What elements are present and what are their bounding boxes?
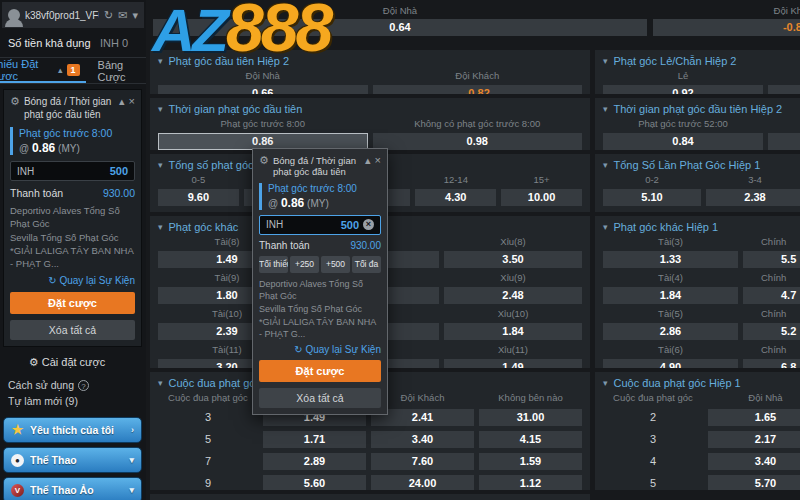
sidebar-item-virtual-sports[interactable]: V Thể Thao Ảo ▾ [3, 477, 142, 500]
bet-settings-button[interactable]: ⚙ Cài đặt cược [0, 347, 146, 377]
how-to-use-link[interactable]: Cách sử dụng? [0, 377, 146, 393]
odds-cell[interactable]: 4.15 [479, 431, 582, 448]
section-title[interactable]: ▾Phạt góc khác Hiệp 1 [603, 220, 800, 234]
chevron-down-icon: ▾ [603, 376, 608, 390]
section-title[interactable]: ▾Thời gian phạt góc đầu tiên Hiệp 2 [603, 102, 800, 116]
odds-cell[interactable]: 2.17 [708, 431, 800, 448]
odds-cell[interactable]: -0.82 [373, 85, 583, 94]
odds-cell[interactable]: 1.33 [603, 251, 738, 268]
odds-cell[interactable]: 1.84 [603, 287, 738, 304]
chevron-down-icon: ▾ [603, 220, 608, 234]
odds-cell[interactable]: 5.5 [743, 251, 800, 268]
help-icon: ? [78, 380, 89, 391]
section-title[interactable]: ▾Cuộc đua phạt góc Hiệp 1 [603, 376, 800, 390]
payout-label: Thanh toán [259, 240, 310, 251]
odds-cell[interactable]: 9.60 [158, 189, 239, 206]
section-title[interactable]: ▾Tổng Số Lần Phạt Góc Hiệp 1 [603, 158, 800, 172]
odds-cell[interactable]: 3.40 [708, 453, 800, 470]
odds-cell[interactable]: 1.84 [444, 323, 582, 340]
gear-icon[interactable]: ⚙ [259, 155, 269, 178]
odds-cell[interactable]: 2.38 [706, 189, 800, 206]
back-to-event-link[interactable]: ↻ Quay lại Sự Kiện [259, 344, 381, 355]
odds-cell[interactable]: 0.64 [153, 19, 647, 36]
odds-cell[interactable] [768, 133, 800, 150]
gear-icon[interactable]: ⚙ [10, 96, 20, 121]
odds-cell[interactable]: -0.82 [653, 19, 800, 36]
odds-cell[interactable]: 0.92 [603, 85, 763, 94]
chevron-down-icon: ▾ [158, 158, 163, 172]
tab-bet-list[interactable]: Bảng Cược [98, 58, 146, 83]
collapse-icon[interactable]: ▴ [119, 96, 125, 121]
payout-value: 930.00 [350, 240, 381, 251]
section-title[interactable]: ▾Phạt góc đầu tiên Hiệp 2 [158, 54, 582, 68]
place-bet-button[interactable]: Đặt cược [10, 292, 135, 314]
close-icon[interactable]: × [375, 155, 381, 178]
odds-cell[interactable]: 5.60 [263, 475, 366, 490]
sidebar-item-favorites[interactable]: ★ Yêu thích của tôi › [3, 417, 142, 443]
col-header-away: Đội Khách [653, 5, 800, 17]
virtual-sports-icon: V [11, 484, 24, 497]
clear-stake-icon[interactable]: × [363, 219, 374, 230]
user-account-row[interactable]: k38vf0prod1_VF0ph... ↻ ✉ ▾ [2, 2, 144, 28]
odds-cell[interactable]: 1.65 [708, 409, 800, 426]
odds-cell[interactable]: 6.8 [743, 359, 800, 368]
markets-column-right: ▾Phạt góc Lẻ/Chẵn Hiệp 2 Lẻ 0.92 ▾Thời g… [595, 50, 800, 500]
odds-cell[interactable]: 0.84 [603, 133, 763, 150]
odds-cell[interactable]: 2.89 [263, 453, 366, 470]
odds-cell[interactable]: 1.59 [479, 453, 582, 470]
close-icon[interactable]: × [129, 96, 135, 121]
stake-input[interactable]: INH 500 × [259, 215, 381, 235]
odds-cell[interactable]: 24.00 [371, 475, 474, 490]
odds-cell[interactable]: 3.50 [444, 251, 582, 268]
odds-cell[interactable]: 7.60 [371, 453, 474, 470]
col-header: Không có phạt góc trước 8:00 [373, 118, 583, 130]
plus-250-button[interactable]: +250 [290, 256, 319, 273]
odds-cell[interactable]: 1.71 [263, 431, 366, 448]
mail-icon[interactable]: ✉ [118, 10, 127, 21]
section-corners-other-h1: ▾Phạt góc khác Hiệp 1 Tài(3) Chính 1.33 … [595, 216, 800, 368]
col-header: 0-5 [158, 174, 239, 186]
odds-cell[interactable]: 10.00 [501, 189, 582, 206]
odds-cell[interactable]: 5.70 [708, 475, 800, 490]
odds-value: 0.86 [281, 196, 304, 210]
sidebar-item-sports[interactable]: ● Thể Thao ▾ [3, 447, 142, 473]
clear-all-button[interactable]: Xóa tất cả [10, 320, 135, 340]
popup-selection: Phạt góc trước 8:00 @ 0.86 (MY) [259, 183, 381, 210]
odds-cell[interactable]: 5.2 [743, 323, 800, 340]
odds-cell[interactable]: 2.48 [444, 287, 582, 304]
refresh-icon[interactable]: ↻ [104, 10, 113, 21]
odds-cell[interactable]: 0.66 [158, 85, 368, 94]
col-header: Chính [743, 308, 800, 320]
odds-cell[interactable]: 1.49 [444, 359, 582, 368]
odds-cell[interactable]: 3.40 [371, 431, 474, 448]
section-title[interactable]: ▾Phạt góc Lẻ/Chẵn Hiệp 2 [603, 54, 800, 68]
odds-cell[interactable]: 5.10 [603, 189, 701, 206]
collapse-icon[interactable]: ▴ [365, 155, 371, 178]
odds-cell[interactable]: 0.98 [373, 133, 583, 150]
chevron-down-icon: ▾ [129, 485, 134, 495]
stake-input[interactable]: INH 500 [10, 161, 135, 181]
min-stake-button[interactable]: Tối thiểu [259, 256, 288, 273]
betslip-tabs: Phiếu Đặt Cược ▴ 1 Bảng Cược [0, 58, 146, 84]
section-first-corner-time: ▾Thời gian phạt góc đầu tiên Phạt góc tr… [150, 98, 590, 150]
odds-cell[interactable]: 1.12 [479, 475, 582, 490]
sidebar: k38vf0prod1_VF0ph... ↻ ✉ ▾ Số tiền khả d… [0, 0, 146, 500]
col-header: Không bên nào [479, 392, 582, 404]
odds-cell[interactable]: 4.90 [603, 359, 738, 368]
place-bet-button[interactable]: Đặt cược [259, 360, 381, 382]
event-info: Deportivo Alaves Tổng Số Phạt Góc Sevill… [10, 204, 135, 270]
odds-cell[interactable]: 31.00 [479, 409, 582, 426]
clear-all-button[interactable]: Xóa tất cả [259, 388, 381, 408]
tab-bet-slip[interactable]: Phiếu Đặt Cược ▴ 1 [0, 58, 86, 83]
odds-cell[interactable]: 4.7 [743, 287, 800, 304]
max-stake-button[interactable]: Tối đa [352, 256, 381, 273]
chevron-down-icon: ▾ [158, 376, 163, 390]
balance-value: INH 0 [100, 37, 128, 49]
plus-500-button[interactable]: +500 [321, 256, 350, 273]
section-title[interactable]: ▾Thời gian phạt góc đầu tiên [158, 102, 582, 116]
odds-cell[interactable]: 4.30 [415, 189, 496, 206]
chevron-down-icon[interactable]: ▾ [132, 10, 138, 21]
odds-cell[interactable] [768, 85, 800, 94]
odds-cell[interactable]: 2.86 [603, 323, 738, 340]
back-to-event-link[interactable]: ↻ Quay lại Sự Kiện [10, 275, 135, 286]
